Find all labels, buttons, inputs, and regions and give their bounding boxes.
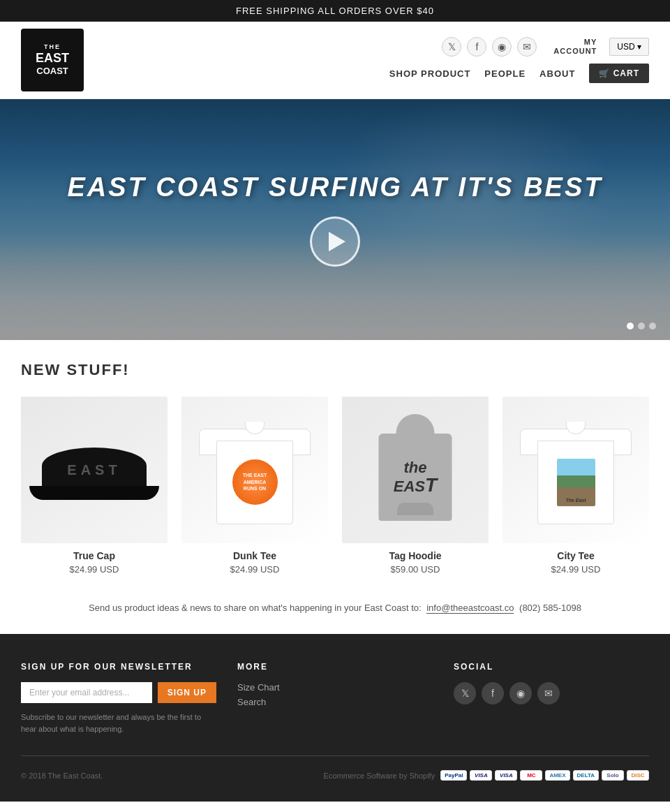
newsletter-form: SIGN UP [21,682,216,703]
facebook-footer-icon[interactable]: f [482,682,504,704]
header-top-row: 𝕏 f ◉ ✉ MY ACCOUNT USD ▾ [442,37,649,57]
hero-section: EAST COAST SURFING AT IT'S BEST [0,99,670,340]
currency-selector[interactable]: USD ▾ [609,38,649,56]
my-account-link[interactable]: MY ACCOUNT [553,38,597,56]
product-taghoodie-price: $59.00 USD [342,564,489,575]
products-grid: EAST True Cap $24.99 USD THE EASTAMERICA… [21,397,649,575]
hero-dot-1[interactable] [627,323,634,330]
product-citytee-name: City Tee [502,550,649,561]
header-right: 𝕏 f ◉ ✉ MY ACCOUNT USD ▾ SHOP PRODUCT PE… [389,37,649,83]
play-icon [329,232,345,251]
logo-line1: THE [44,43,61,51]
contact-message: Send us product ideas & news to share on… [0,589,670,634]
play-button[interactable] [310,216,360,267]
nav-people[interactable]: PEOPLE [484,68,526,79]
footer-newsletter: SIGN UP FOR OUR NEWSLETTER SIGN UP Subsc… [21,662,216,735]
product-dunktee-image: THE EASTAMERICARUNS ON [181,397,328,543]
social-title: SOCIAL [454,662,649,672]
footer: SIGN UP FOR OUR NEWSLETTER SIGN UP Subsc… [0,634,670,802]
payment-icons: PayPal VISA VISA MC AMEX DELTA Solo DISC [440,770,649,781]
email-footer-icon[interactable]: ✉ [537,682,560,704]
message-text: Send us product ideas & news to share on… [89,603,422,613]
mastercard-badge: MC [520,770,542,781]
nav-about[interactable]: ABOUT [539,68,575,79]
contact-email[interactable]: info@theeastcoast.co [426,603,514,614]
hero-dot-3[interactable] [649,323,656,330]
subscribe-text: Subscribe to our newsletter and always b… [21,711,216,735]
product-truecap-image: EAST [21,397,168,543]
logo-line3: COAST [36,66,68,77]
product-taghoodie[interactable]: theEAST Tag Hoodie $59.00 USD [342,397,489,575]
search-link[interactable]: Search [237,697,433,707]
discover-badge: DISC [627,770,649,781]
product-citytee-price: $24.99 USD [502,564,649,575]
paypal-badge: PayPal [440,770,467,781]
header: THE EAST COAST 𝕏 f ◉ ✉ MY ACCOUNT USD ▾ … [0,22,670,99]
product-citytee[interactable]: The East City Tee $24.99 USD [502,397,649,575]
nav-shop[interactable]: SHOP PRODUCT [389,68,471,79]
facebook-icon[interactable]: f [467,37,486,57]
banner-text: FREE SHIPPING ALL ORDERS OVER $40 [236,6,434,16]
main-nav: SHOP PRODUCT PEOPLE ABOUT 🛒 CART [389,64,649,83]
cart-button[interactable]: 🛒 CART [589,64,649,83]
more-title: MORE [237,662,433,672]
copyright: © 2018 The East Coast. [21,772,103,780]
shopify-text: Ecommerce Software by Shopify [324,772,436,780]
hero-title: EAST COAST SURFING AT IT'S BEST [67,172,602,202]
site-logo[interactable]: THE EAST COAST [21,29,84,91]
twitter-footer-icon[interactable]: 𝕏 [454,682,476,704]
hero-dots [627,323,656,330]
product-truecap-price: $24.99 USD [21,564,168,575]
product-truecap-name: True Cap [21,550,168,561]
footer-social-icons: 𝕏 f ◉ ✉ [454,682,649,704]
product-taghoodie-name: Tag Hoodie [342,550,489,561]
instagram-footer-icon[interactable]: ◉ [509,682,532,704]
footer-grid: SIGN UP FOR OUR NEWSLETTER SIGN UP Subsc… [21,662,649,735]
product-dunktee-price: $24.99 USD [181,564,328,575]
footer-more: MORE Size Chart Search [237,662,433,735]
product-taghoodie-image: theEAST [342,397,489,543]
top-banner: FREE SHIPPING ALL ORDERS OVER $40 [0,0,670,22]
newsletter-title: SIGN UP FOR OUR NEWSLETTER [21,662,216,672]
size-chart-link[interactable]: Size Chart [237,682,433,693]
footer-social: SOCIAL 𝕏 f ◉ ✉ [454,662,649,735]
hero-content: EAST COAST SURFING AT IT'S BEST [67,172,602,267]
delta-badge: DELTA [573,770,599,781]
instagram-icon[interactable]: ◉ [492,37,512,57]
product-truecap[interactable]: EAST True Cap $24.99 USD [21,397,168,575]
product-dunktee-name: Dunk Tee [181,550,328,561]
maestro-badge: Solo [602,770,624,781]
email-icon[interactable]: ✉ [517,37,537,57]
products-title: NEW STUFF! [21,361,649,379]
visa-badge-1: VISA [470,770,492,781]
footer-right: Ecommerce Software by Shopify PayPal VIS… [324,770,649,781]
amex-badge: AMEX [545,770,570,781]
products-section: NEW STUFF! EAST True Cap $24.99 USD [0,340,670,589]
product-citytee-image: The East [502,397,649,543]
newsletter-input[interactable] [21,682,152,703]
logo-line2: EAST [36,51,69,66]
visa-badge-2: VISA [495,770,517,781]
signup-button[interactable]: SIGN UP [158,682,216,703]
product-dunktee[interactable]: THE EASTAMERICARUNS ON Dunk Tee $24.99 U… [181,397,328,575]
twitter-icon[interactable]: 𝕏 [442,37,461,57]
hero-dot-2[interactable] [638,323,645,330]
contact-phone: (802) 585-1098 [519,603,581,613]
footer-bottom: © 2018 The East Coast. Ecommerce Softwar… [21,755,649,781]
